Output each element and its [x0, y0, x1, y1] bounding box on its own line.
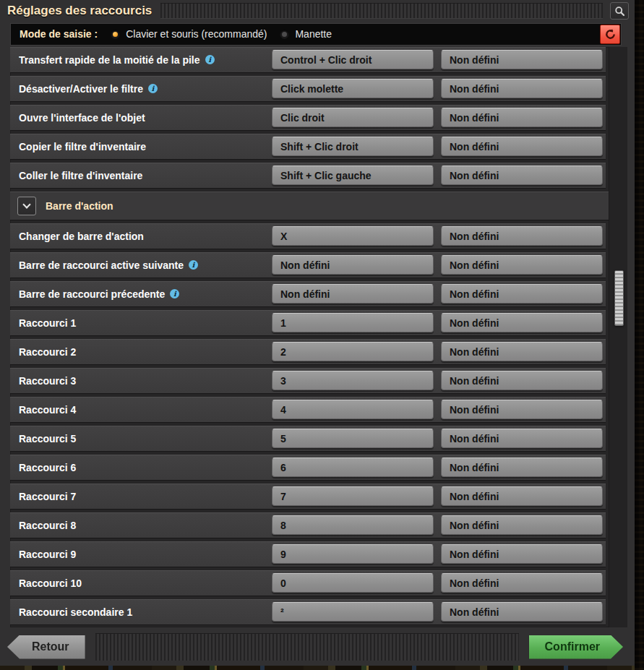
reset-controls-button[interactable]: [600, 25, 620, 44]
scrollbar-thumb[interactable]: [614, 270, 624, 326]
shortcut-row: Désactiver/Activer le filtre i Click mol…: [10, 76, 606, 102]
primary-keybind-button[interactable]: 0: [272, 573, 434, 593]
primary-keybind-button[interactable]: X: [272, 226, 434, 246]
shortcut-label: Transfert rapide de la moitié de la pile…: [19, 54, 272, 66]
primary-keybind-button[interactable]: Clic droit: [272, 108, 434, 127]
shortcut-label: Raccourci 9: [19, 549, 272, 560]
shortcut-label: Raccourci 3: [19, 375, 272, 387]
secondary-keybind-button[interactable]: Non défini: [441, 371, 603, 390]
primary-keybind-button[interactable]: 3: [272, 371, 434, 390]
shortcut-row: Raccourci 1 1 Non défini: [10, 310, 606, 336]
shortcut-row: Barre de raccourci active suivante i Non…: [10, 252, 606, 278]
secondary-keybind-button[interactable]: Non défini: [441, 137, 603, 156]
shortcut-row: Raccourci 8 8 Non défini: [10, 512, 606, 538]
secondary-keybind-button[interactable]: Non défini: [441, 486, 603, 506]
primary-keybind-button[interactable]: Non défini: [272, 284, 434, 304]
scrollbar-track[interactable]: [609, 47, 627, 627]
shortcut-label: Raccourci 10: [19, 577, 272, 589]
secondary-keybind-button[interactable]: Non défini: [441, 515, 603, 535]
primary-keybind-button[interactable]: Shift + Clic droit: [272, 137, 434, 156]
shortcut-label-text: Raccourci 8: [19, 520, 76, 531]
shortcut-label: Raccourci 2: [19, 346, 272, 358]
primary-keybind-button[interactable]: 5: [272, 429, 434, 448]
back-button[interactable]: Retour: [7, 635, 85, 659]
shortcut-label: Changer de barre d'action: [19, 231, 272, 242]
primary-keybind-button[interactable]: 6: [272, 458, 434, 477]
primary-keybind-button[interactable]: 8: [272, 515, 434, 535]
primary-keybind-button[interactable]: 1: [272, 313, 434, 332]
shortcut-label: Raccourci 8: [19, 520, 272, 531]
shortcut-label-text: Ouvre l'interface de l'objet: [19, 112, 145, 124]
shortcut-label-text: Coller le filtre d'inventaire: [19, 170, 142, 181]
secondary-keybind-button[interactable]: Non défini: [441, 313, 603, 332]
shortcut-rows-top: Transfert rapide de la moitié de la pile…: [10, 47, 606, 189]
primary-keybind-button[interactable]: 4: [272, 400, 434, 419]
secondary-keybind-button[interactable]: Non défini: [441, 226, 603, 246]
section-collapse-button[interactable]: [17, 197, 36, 215]
radio-controller[interactable]: Manette: [280, 28, 332, 40]
confirm-button[interactable]: Confirmer: [529, 635, 623, 659]
primary-keybind-button[interactable]: 7: [272, 486, 434, 506]
primary-keybind-button[interactable]: 2: [272, 342, 434, 361]
footer-drag-handle[interactable]: [95, 633, 519, 661]
shortcut-label-text: Transfert rapide de la moitié de la pile: [19, 54, 200, 66]
primary-keybind-button[interactable]: ²: [272, 602, 434, 622]
secondary-keybind-button[interactable]: Non défini: [441, 458, 603, 477]
secondary-keybind-button[interactable]: Non défini: [441, 255, 603, 275]
shortcut-label-text: Barre de raccourci active suivante: [19, 259, 184, 271]
secondary-keybind-button[interactable]: Non défini: [441, 342, 603, 361]
titlebar-drag-handle[interactable]: [160, 3, 603, 19]
shortcut-label-text: Désactiver/Activer le filtre: [19, 83, 143, 95]
primary-keybind-button[interactable]: 9: [272, 544, 434, 564]
shortcut-label: Raccourci 6: [19, 462, 272, 473]
section-title: Barre d'action: [46, 200, 113, 212]
primary-keybind-button[interactable]: Control + Clic droit: [272, 50, 434, 69]
radio-keyboard-mouse[interactable]: Clavier et souris (recommandé): [111, 28, 267, 40]
search-button[interactable]: [610, 2, 629, 20]
radio-controller-label: Manette: [295, 28, 332, 40]
titlebar: Réglages des raccourcis: [0, 0, 635, 22]
reset-icon: [604, 28, 617, 40]
primary-keybind-button[interactable]: Click molette: [272, 79, 434, 98]
secondary-keybind-button[interactable]: Non défini: [441, 50, 603, 69]
shortcut-row: Raccourci 7 7 Non défini: [10, 484, 606, 510]
shortcut-row: Ouvre l'interface de l'objet Clic droit …: [10, 105, 606, 131]
shortcut-rows-action-bar: Changer de barre d'action X Non défini B…: [10, 223, 606, 625]
chevron-down-icon: [22, 200, 30, 208]
secondary-keybind-button[interactable]: Non défini: [441, 166, 603, 185]
shortcut-row: Raccourci 2 2 Non défini: [10, 339, 606, 365]
shortcut-label-text: Raccourci 9: [19, 549, 76, 560]
shortcut-label: Désactiver/Activer le filtre i: [19, 83, 272, 95]
shortcut-row: Copier le filtre d'inventaire Shift + Cl…: [10, 134, 606, 160]
shortcut-label-text: Raccourci 1: [19, 317, 76, 329]
section-header-action-bar: Barre d'action: [10, 192, 627, 220]
shortcut-label: Raccourci 5: [19, 433, 272, 444]
shortcut-label: Copier le filtre d'inventaire: [19, 141, 272, 153]
secondary-keybind-button[interactable]: Non défini: [441, 284, 603, 304]
search-icon: [614, 6, 625, 17]
secondary-keybind-button[interactable]: Non défini: [441, 573, 603, 593]
secondary-keybind-button[interactable]: Non défini: [441, 602, 603, 622]
shortcut-label-text: Raccourci 7: [19, 491, 76, 502]
shortcut-row: Raccourci 9 9 Non défini: [10, 541, 606, 567]
shortcut-row: Barre de raccourci précedente i Non défi…: [10, 281, 606, 307]
shortcut-label-text: Changer de barre d'action: [19, 231, 144, 242]
secondary-keybind-button[interactable]: Non défini: [441, 108, 603, 127]
input-mode-bar: Mode de saisie : Clavier et souris (reco…: [10, 23, 622, 46]
shortcut-row: Raccourci 4 4 Non défini: [10, 397, 606, 423]
shortcut-label: Raccourci secondaire 1: [19, 606, 272, 618]
secondary-keybind-button[interactable]: Non défini: [441, 79, 603, 98]
shortcut-label: Ouvre l'interface de l'objet: [19, 112, 272, 124]
info-icon: i: [148, 84, 158, 93]
shortcut-row: Raccourci 10 0 Non défini: [10, 570, 606, 596]
secondary-keybind-button[interactable]: Non défini: [441, 544, 603, 564]
secondary-keybind-button[interactable]: Non défini: [441, 429, 603, 448]
secondary-keybind-button[interactable]: Non défini: [441, 400, 603, 419]
primary-keybind-button[interactable]: Shift + Clic gauche: [272, 166, 434, 185]
primary-keybind-button[interactable]: Non défini: [272, 255, 434, 275]
shortcut-label-text: Barre de raccourci précedente: [19, 288, 165, 300]
shortcut-label-text: Raccourci 10: [19, 577, 82, 589]
shortcut-label: Raccourci 4: [19, 404, 272, 416]
shortcut-list-pane: Transfert rapide de la moitié de la pile…: [10, 47, 627, 627]
shortcut-label: Raccourci 7: [19, 491, 272, 502]
